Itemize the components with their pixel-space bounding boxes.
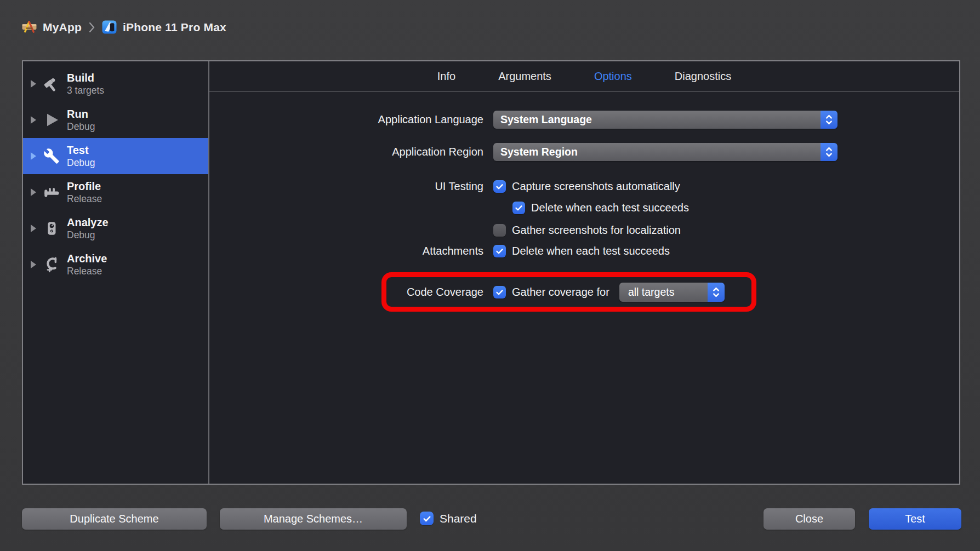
ui-delete-succeeds-label: Delete when each test succeeds (531, 202, 689, 214)
gauge-icon (42, 219, 61, 238)
updown-chevrons-icon (708, 283, 725, 302)
disclosure-triangle-icon[interactable] (31, 80, 36, 88)
updown-chevrons-icon (821, 143, 837, 161)
checkmark-icon (495, 182, 504, 191)
scheme-actions-sidebar: Build 3 targets Run Debug Test (23, 61, 209, 484)
application-language-label: Application Language (209, 113, 483, 126)
hammer-icon (42, 74, 61, 94)
capture-screenshots-checkbox[interactable] (493, 180, 506, 193)
sidebar-item-subtitle: Debug (67, 120, 95, 133)
attachments-delete-label: Delete when each test succeeds (512, 245, 670, 257)
capture-screenshots-label: Capture screenshots automatically (512, 180, 680, 193)
disclosure-triangle-icon[interactable] (31, 225, 36, 232)
application-region-label: Application Region (209, 146, 483, 158)
sidebar-item-analyze[interactable]: Analyze Debug (23, 210, 208, 246)
manage-schemes-button[interactable]: Manage Schemes… (220, 508, 407, 530)
gather-coverage-checkbox[interactable] (493, 286, 506, 299)
checkmark-icon (514, 203, 523, 213)
popup-selected-value: System Language (493, 111, 821, 129)
sidebar-item-title: Test (67, 144, 95, 157)
popup-selected-value: all targets (619, 283, 708, 302)
edit-scheme-panel: Build 3 targets Run Debug Test (22, 60, 960, 485)
breadcrumb: MyApp iPhone 11 Pro Max (22, 20, 226, 35)
disclosure-triangle-icon[interactable] (31, 116, 36, 124)
ui-testing-label: UI Testing (209, 180, 483, 193)
xcode-project-icon (22, 20, 37, 35)
test-button[interactable]: Test (869, 508, 961, 530)
shared-checkbox-group: Shared (420, 512, 477, 525)
tab-info[interactable]: Info (437, 70, 455, 83)
breadcrumb-scheme-name[interactable]: MyApp (43, 21, 82, 34)
sidebar-item-title: Archive (67, 252, 107, 265)
sidebar-item-run[interactable]: Run Debug (23, 102, 208, 138)
gather-localization-checkbox[interactable] (493, 224, 506, 237)
options-pane: Info Arguments Options Diagnostics Appli… (209, 61, 959, 484)
shared-label: Shared (440, 512, 477, 525)
chevron-separator-icon (88, 21, 95, 34)
sidebar-item-title: Build (67, 71, 104, 84)
clamp-icon (42, 255, 61, 274)
disclosure-triangle-icon[interactable] (31, 152, 36, 160)
checkmark-icon (495, 246, 504, 256)
ui-delete-succeeds-checkbox[interactable] (512, 202, 525, 214)
attachments-label: Attachments (209, 245, 483, 257)
sidebar-item-build[interactable]: Build 3 targets (23, 66, 208, 102)
sidebar-item-subtitle: Release (67, 193, 102, 205)
sidebar-item-title: Analyze (67, 216, 109, 229)
play-icon (42, 110, 61, 130)
sidebar-item-subtitle: 3 targets (67, 84, 104, 96)
sidebar-item-profile[interactable]: Profile Release (23, 174, 208, 210)
duplicate-scheme-button[interactable]: Duplicate Scheme (22, 508, 207, 530)
checkmark-icon (495, 288, 504, 297)
simulator-icon (102, 20, 117, 35)
shared-checkbox[interactable] (420, 512, 434, 525)
tab-arguments[interactable]: Arguments (498, 70, 551, 83)
checkmark-icon (422, 514, 432, 524)
tab-bar: Info Arguments Options Diagnostics (209, 61, 959, 92)
gather-coverage-label: Gather coverage for (512, 286, 609, 299)
updown-chevrons-icon (821, 111, 837, 129)
sidebar-item-test[interactable]: Test Debug (23, 138, 208, 174)
sidebar-item-subtitle: Debug (67, 157, 95, 169)
wrench-icon (42, 146, 61, 166)
popup-selected-value: System Region (493, 143, 821, 161)
sidebar-item-archive[interactable]: Archive Release (23, 246, 208, 283)
gather-localization-label: Gather screenshots for localization (512, 224, 681, 237)
disclosure-triangle-icon[interactable] (31, 261, 36, 268)
coverage-targets-popup[interactable]: all targets (619, 283, 725, 302)
tab-diagnostics[interactable]: Diagnostics (675, 70, 731, 83)
application-language-popup[interactable]: System Language (493, 111, 837, 129)
close-button[interactable]: Close (764, 508, 855, 530)
attachments-delete-checkbox[interactable] (493, 245, 506, 257)
breadcrumb-device-name[interactable]: iPhone 11 Pro Max (123, 21, 226, 34)
disclosure-triangle-icon[interactable] (31, 188, 36, 196)
sidebar-item-title: Run (67, 107, 95, 120)
application-region-popup[interactable]: System Region (493, 143, 837, 161)
tab-options[interactable]: Options (594, 70, 632, 83)
sidebar-item-title: Profile (67, 180, 102, 193)
sidebar-item-subtitle: Release (67, 265, 107, 277)
code-coverage-label: Code Coverage (209, 286, 483, 299)
sidebar-item-subtitle: Debug (67, 229, 109, 241)
options-form: Application Language System Language App… (209, 92, 959, 484)
caliper-icon (42, 182, 61, 202)
